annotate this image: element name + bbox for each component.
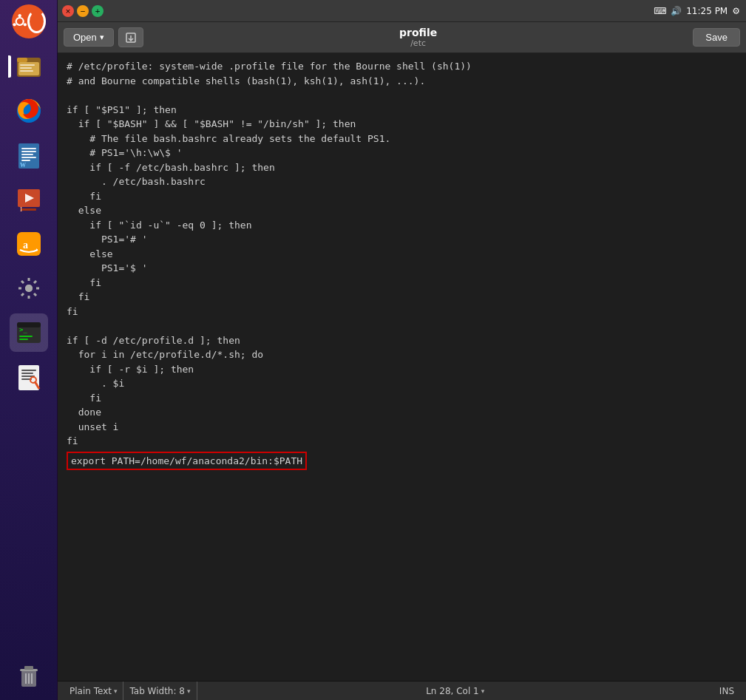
file-title: profile [148, 27, 689, 39]
ln-col-chevron: ▾ [481, 687, 485, 695]
svg-text:W: W [20, 162, 26, 169]
ins-status[interactable]: INS [713, 682, 740, 700]
sidebar-item-impress[interactable]: I [10, 180, 48, 219]
svg-text:I: I [20, 206, 22, 213]
tab-width-label: Tab Width: 8 [129, 686, 184, 696]
save-recent-button[interactable] [118, 27, 143, 47]
svg-rect-18 [21, 160, 30, 161]
sidebar-item-amazon[interactable]: a [10, 225, 48, 263]
plain-text-chevron: ▾ [114, 687, 118, 695]
svg-rect-10 [20, 70, 33, 72]
window-minimize-button[interactable]: − [77, 5, 89, 17]
system-tray: ⌨ 🔊 11:25 PM ⚙ [654, 0, 746, 22]
ln-col-status[interactable]: Ln 28, Col 1 ▾ [420, 682, 490, 700]
main-content: × − + ⌨ 🔊 11:25 PM ⚙ Open profile /etc S… [58, 0, 746, 700]
svg-text:a: a [23, 239, 28, 251]
open-button[interactable]: Open [64, 28, 114, 47]
svg-point-2 [18, 14, 21, 17]
save-button[interactable]: Save [693, 28, 740, 47]
ubuntu-logo-button[interactable] [12, 4, 46, 38]
sidebar-item-firefox[interactable] [10, 92, 48, 130]
statusbar: Plain Text ▾ Tab Width: 8 ▾ Ln 28, Col 1… [58, 681, 746, 700]
sidebar-item-text-editor[interactable] [10, 358, 48, 396]
file-title-area: profile /etc [148, 27, 689, 49]
tray-time: 11:25 PM [686, 6, 728, 16]
svg-rect-14 [21, 148, 36, 149]
window-close-button[interactable]: × [62, 5, 74, 17]
svg-rect-42 [19, 339, 28, 340]
sidebar-item-writer[interactable]: W [10, 136, 48, 174]
svg-rect-44 [21, 370, 36, 371]
svg-rect-6 [17, 58, 27, 62]
editor-area[interactable]: # /etc/profile: system-wide .profile fil… [58, 53, 746, 681]
svg-rect-23 [21, 208, 36, 211]
plain-text-label: Plain Text [69, 686, 112, 696]
svg-line-36 [21, 293, 24, 296]
svg-rect-52 [24, 666, 33, 670]
editor-toolbar: Open profile /etc Save [58, 22, 746, 53]
tray-keyboard[interactable]: ⌨ [654, 6, 666, 16]
sidebar-item-trash[interactable] [10, 656, 48, 694]
svg-line-33 [21, 281, 24, 283]
sidebar-item-settings[interactable] [10, 269, 48, 307]
svg-rect-8 [20, 64, 35, 66]
highlighted-line: export PATH=/home/wf/anaconda2/bin:$PATH [67, 452, 307, 471]
plain-text-status[interactable]: Plain Text ▾ [64, 682, 123, 700]
svg-line-34 [34, 293, 36, 296]
tab-width-chevron: ▾ [187, 687, 191, 695]
window-maximize-button[interactable]: + [92, 5, 104, 17]
svg-line-35 [34, 281, 36, 283]
window-controls: × − + [62, 5, 106, 17]
file-subtitle: /etc [148, 38, 689, 48]
svg-rect-9 [20, 67, 32, 69]
code-content: # /etc/profile: system-wide .profile fil… [67, 59, 737, 449]
sidebar-item-terminal[interactable]: >_ [10, 313, 48, 352]
tray-volume[interactable]: 🔊 [671, 6, 682, 16]
tray-settings[interactable]: ⚙ [732, 6, 740, 16]
ln-col-label: Ln 28, Col 1 [426, 686, 479, 696]
sidebar: W I a [0, 0, 58, 700]
svg-rect-17 [21, 157, 36, 158]
svg-rect-41 [19, 336, 33, 337]
system-topbar: × − + ⌨ 🔊 11:25 PM ⚙ [58, 0, 746, 22]
svg-text:>_: >_ [19, 326, 27, 333]
svg-point-3 [23, 23, 26, 26]
sidebar-item-files[interactable] [10, 47, 48, 86]
tab-width-status[interactable]: Tab Width: 8 ▾ [123, 682, 197, 700]
svg-point-4 [13, 23, 16, 26]
active-indicator [8, 55, 11, 78]
svg-rect-45 [21, 373, 33, 374]
ins-label: INS [719, 686, 734, 696]
svg-rect-15 [21, 151, 36, 152]
svg-rect-16 [21, 154, 33, 155]
